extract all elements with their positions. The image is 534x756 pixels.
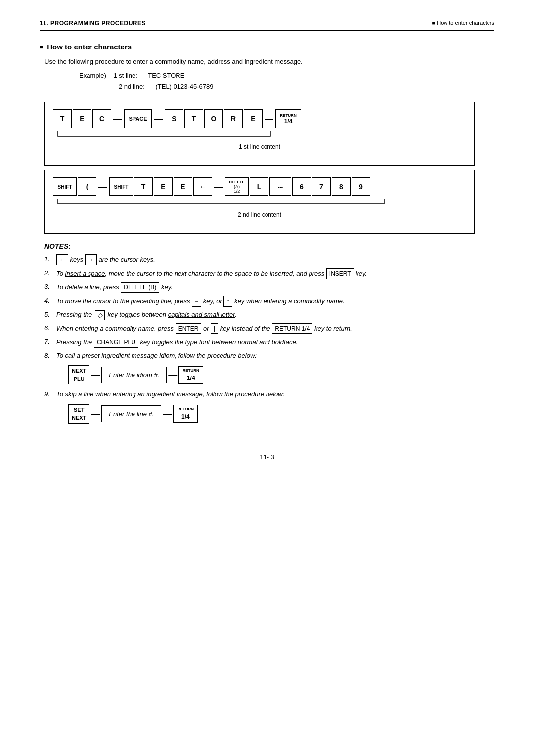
note-3: 3. To delete a line, press DELETE (B) ke… <box>44 282 494 293</box>
example-line2: 2 nd line: (TEL) 0123-45-6789 <box>79 81 494 92</box>
return14-key: RETURN 1/4 <box>272 323 312 334</box>
note5-underline: capitals and small letter <box>168 311 235 318</box>
note-5-num: 5. <box>44 310 50 320</box>
next-plu-top: NEXT <box>72 367 86 375</box>
section-label: ■ How to enter characters <box>432 20 494 26</box>
page-header: 11. PROGRAMMING PROCEDURES ■ How to ente… <box>40 20 494 27</box>
note6-underline2: key to return. <box>314 325 352 332</box>
note-4: 4. To move the cursor to the preceding l… <box>44 296 494 307</box>
arrow2: — <box>168 368 177 381</box>
diagram1: T E C — SPACE — S T O R E — RETURN 1/4 1… <box>44 102 475 166</box>
example-line1: Example) 1 st line: TEC STORE <box>79 70 494 81</box>
dash2: — <box>153 114 164 124</box>
note-6: 6. When entering a commodity name, press… <box>44 323 494 334</box>
page-footer: 11- 3 <box>40 453 494 461</box>
diagram2-key-row: SHIFT ( — SHIFT T E E ← — DELETE (A) 1/2… <box>53 177 466 196</box>
key-C: C <box>92 109 111 128</box>
key-shift1: SHIFT <box>53 177 77 196</box>
small-diagram2: SET NEXT — Enter the line #. — RETURN 1/… <box>68 404 494 424</box>
return-key1: RETURN 1/4 <box>178 366 203 384</box>
key-O: O <box>204 109 223 128</box>
dash4: — <box>97 182 108 192</box>
diamond-key: ◇ <box>95 310 105 320</box>
up-key: ↑ <box>223 296 232 307</box>
key-left-arrow-inline: ← <box>56 254 68 265</box>
key-left-arrow: ← <box>193 177 212 196</box>
brace1-svg <box>53 130 290 139</box>
next-plu-key: NEXT PLU <box>68 365 89 384</box>
brace2-svg <box>53 198 399 207</box>
insert-key: INSERT <box>326 268 354 279</box>
intro-text: Use the following procedure to enter a c… <box>44 58 494 65</box>
key-8: 8 <box>332 177 351 196</box>
note-5: 5. Pressing the ◇ key toggles between ca… <box>44 310 494 320</box>
diagram1-label: 1 st line content <box>53 143 466 150</box>
note4-underline: commodity name <box>294 297 343 305</box>
note-2: 2. To insert a space, move the cursor to… <box>44 268 494 279</box>
note-1-num: 1. <box>44 254 50 264</box>
set-next-bottom: NEXT <box>72 414 86 422</box>
change-plu-key: CHANGE PLU <box>94 337 138 348</box>
return1-top: RETURN <box>280 113 296 118</box>
small-diagram1: NEXT PLU — Enter the idiom #. — RETURN 1… <box>68 365 494 384</box>
pipe-key: | <box>211 323 218 334</box>
key-return1: RETURN 1/4 <box>275 109 301 128</box>
key-delete: DELETE (A) 1/2 <box>225 177 249 196</box>
delete-bottom: 1/2 <box>234 189 240 194</box>
set-next-key: SET NEXT <box>68 404 89 424</box>
next-plu-bottom: PLU <box>74 375 85 383</box>
delete-top: DELETE <box>229 180 245 184</box>
key-E4: E <box>174 177 192 196</box>
chapter-title: 11. PROGRAMMING PROCEDURES <box>40 20 146 27</box>
note-7: 7. Pressing the CHANGE PLU key toggles t… <box>44 337 494 348</box>
enter-line-text: Enter the line #. <box>109 409 154 419</box>
dash5: — <box>213 182 224 192</box>
note2-underline: insert a space <box>65 270 105 277</box>
delete-mid: (A) <box>234 184 240 189</box>
key-9: 9 <box>352 177 370 196</box>
minus-key: − <box>192 296 201 307</box>
example-line1-label: 1 st line: <box>113 72 137 79</box>
note-4-num: 4. <box>44 296 50 306</box>
enter-key: ENTER <box>176 323 202 334</box>
note-3-num: 3. <box>44 282 50 292</box>
arrow4: — <box>163 407 172 421</box>
arrow3: — <box>91 407 100 421</box>
key-E1: E <box>73 109 91 128</box>
key-shift2: SHIFT <box>109 177 133 196</box>
enter-idiom-text: Enter the idiom #. <box>109 370 159 380</box>
return1-bottom: 1/4 <box>284 118 293 125</box>
example-line1-value: TEC STORE <box>148 72 184 79</box>
key-6: 6 <box>292 177 311 196</box>
return14-underline: RETURN 1/4 <box>275 325 310 332</box>
example-line2-value: (TEL) 0123-45-6789 <box>155 83 213 90</box>
note-1: 1. ← keys → are the cursor keys. <box>44 254 494 265</box>
page-number: 11- 3 <box>260 453 274 461</box>
return1-top-small: RETURN <box>183 368 199 374</box>
return2-top-small: RETURN <box>178 406 194 412</box>
key-T2: T <box>184 109 203 128</box>
key-7: 7 <box>312 177 331 196</box>
notes-section: NOTES: 1. ← keys → are the cursor keys. … <box>44 242 494 424</box>
key-S: S <box>165 109 183 128</box>
example-label: Example) <box>79 72 106 79</box>
return2-bottom-small: 1/4 <box>181 412 190 421</box>
key-T3: T <box>134 177 153 196</box>
notes-title: NOTES: <box>44 242 494 250</box>
brace1 <box>53 130 466 141</box>
key-right-arrow-inline: → <box>85 254 97 265</box>
key-T: T <box>53 109 72 128</box>
diagram2-label: 2 nd line content <box>53 211 466 218</box>
note-2-num: 2. <box>44 268 50 278</box>
set-next-top: SET <box>74 406 84 414</box>
key-dashes: --- <box>269 177 291 196</box>
note6-underline1: When entering <box>56 325 98 332</box>
example-block: Example) 1 st line: TEC STORE 2 nd line:… <box>79 70 494 92</box>
note-8: 8. To call a preset ingredient message i… <box>44 351 494 385</box>
note-7-num: 7. <box>44 337 50 347</box>
return1-bottom-small: 1/4 <box>187 374 195 382</box>
dash3: — <box>264 114 274 124</box>
delete-b-key: DELETE (B) <box>121 282 159 293</box>
key-E2: E <box>244 109 263 128</box>
diagram1-key-row: T E C — SPACE — S T O R E — RETURN 1/4 <box>53 109 466 128</box>
